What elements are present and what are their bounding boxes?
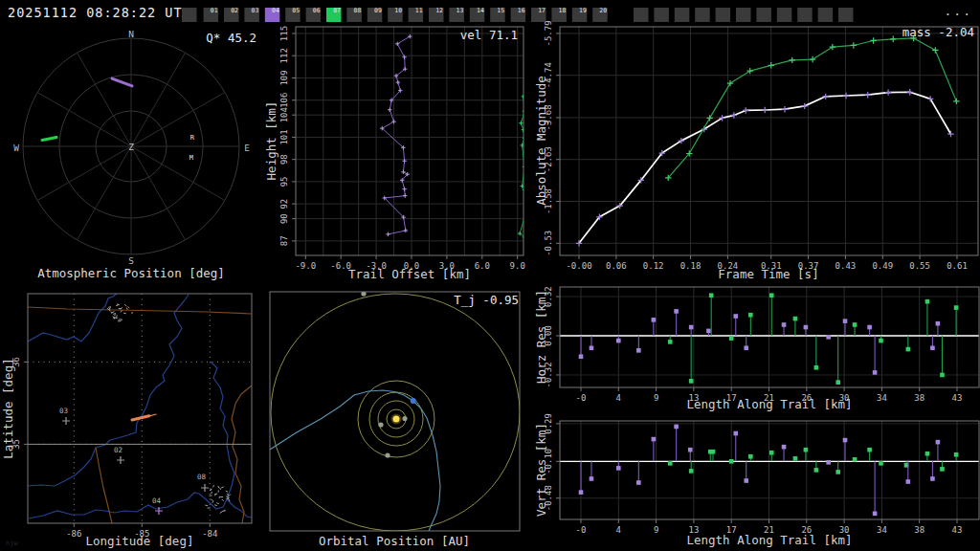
polar-title: Atmospheric Position [deg] [37,266,225,280]
camera-box-label-08: 08 [354,7,362,14]
city-outline [213,485,214,487]
camera-04-trail-line [382,36,410,234]
city-outline [205,505,208,506]
x-tick-label: -86 [66,529,81,539]
residual-marker [826,335,831,340]
residual-marker [579,354,584,359]
y-tick-label: -0.53 [544,231,553,256]
camera-box-blank[interactable] [756,8,771,22]
station-label-03: 03 [59,407,68,415]
residual-marker [954,305,959,310]
y-tick-label: 112 [279,48,289,63]
border-line [232,386,252,523]
camera-box-label-18: 18 [559,7,567,14]
camera-box-blank[interactable] [182,8,197,22]
residual-marker [590,346,594,351]
residual-marker [590,476,594,481]
vert-y-axis-title: Vert Res [km] [534,423,548,517]
camera-box-blank[interactable] [695,8,710,22]
sky-marker-M: M [189,154,193,162]
camera-box-blank[interactable] [736,8,751,22]
camera-07-lightcurve-marker [830,44,835,50]
x-tick-label: -84 [202,529,217,539]
residual-marker [688,448,693,452]
camera-04-trail-marker [388,108,391,112]
x-tick-label: 9.0 [510,261,525,271]
camera-04-trail-marker [396,80,400,84]
residual-marker [930,346,935,351]
x-tick-label: 9 [654,525,658,535]
camera-box-blank[interactable] [634,8,649,22]
station-label-08: 08 [197,473,207,481]
camera-box-blank[interactable] [654,8,669,22]
mercury-dot [402,416,407,421]
camera-07-trail-marker [519,121,523,125]
trail-y-axis-title: Height [km] [264,101,278,181]
orbit-layer [270,291,520,531]
x-tick-label: -0 [576,525,587,535]
residual-marker [936,321,941,326]
y-tick-label: 109 [279,70,289,85]
camera-07-trail-marker [522,127,525,131]
earth-dot [411,398,416,404]
residual-marker [906,479,911,484]
camera-box-blank[interactable] [838,8,854,22]
overflow-menu-button[interactable]: ... [945,4,972,18]
camera-07-trail-marker [523,210,527,214]
y-tick-label: 115 [279,26,289,41]
y-tick-label: 95 [279,176,289,187]
residual-marker [843,438,848,443]
camera-04-lightcurve-marker [907,89,913,95]
residual-marker [674,425,679,430]
camera-box-blank[interactable] [675,8,690,22]
residual-marker [668,340,673,344]
residual-marker [636,480,641,485]
x-tick-label: 4 [616,393,621,403]
orbit-title: Orbital Position [AU] [319,534,470,548]
border-line [28,307,252,314]
meteor-streak-cam04 [112,78,132,86]
river-line [29,362,234,518]
camera-07-lightcurve-marker [790,57,795,63]
y-tick-label: 98 [279,154,289,165]
x-tick-label: 0.61 [947,261,968,271]
residual-marker [793,456,798,461]
x-tick-label: -9.0 [295,261,316,271]
x-tick-label: 0.06 [606,261,627,271]
river-line [28,295,189,486]
camera-box-blank[interactable] [777,8,792,22]
residual-marker [733,314,738,319]
residual-marker [879,461,883,466]
camera-04-lightcurve-marker [865,92,871,98]
polar-spoke [37,146,131,201]
city-outline [222,511,225,512]
camera-box-blank[interactable] [818,8,834,22]
mars-dot [385,452,390,457]
x-tick-label: 6.0 [475,261,490,271]
city-outline [124,304,126,306]
camera-07-lightcurve-marker [747,68,753,74]
city-outline [108,306,111,307]
residual-marker [769,293,774,298]
residual-marker [711,450,716,454]
y-tick-label: 101 [279,129,289,144]
zenith-label: Z [128,142,134,152]
camera-box-blank[interactable] [716,8,731,22]
camera-07-lightcurve-marker [706,115,712,121]
meteor-streak-cam07 [42,138,56,141]
residual-marker [814,365,819,370]
camera-04-lightcurve-marker [743,107,748,113]
city-outline [210,490,212,491]
camera-07-lightcurve-marker [890,36,896,42]
camera-box-label-14: 14 [477,7,484,14]
city-outline [132,312,133,314]
venus-dot [378,422,383,427]
city-outline [220,488,221,490]
q-star-annotation: Q* 45.2 [206,31,256,45]
y-tick-label: 106 [279,93,289,108]
topbar: 20251112 08:28:22 UTC 010203040506070809… [8,4,972,22]
residual-marker [835,380,840,385]
river-line [28,294,117,342]
residual-marker [782,322,787,327]
camera-box-blank[interactable] [797,8,813,22]
